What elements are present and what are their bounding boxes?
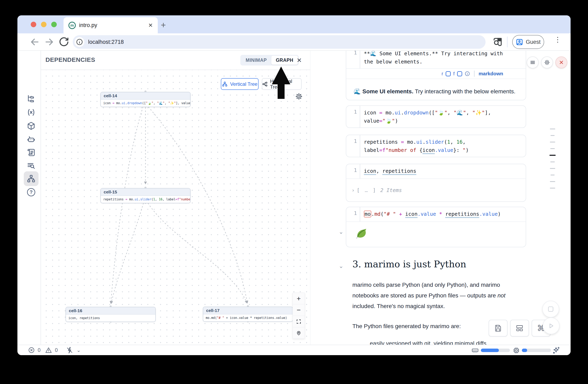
code-cell-dropdown[interactable]: 1 icon = mo.ui.dropdown(["🍃", "🌊", "✨"],…	[346, 105, 526, 128]
cell-scroll-indicator[interactable]	[548, 129, 557, 194]
autorun-disabled-icon[interactable]	[66, 346, 73, 354]
sidebar-item-scratchpad[interactable]	[24, 145, 39, 160]
graph-node-cell-16[interactable]: cell-16 icon, repetitions	[65, 307, 156, 322]
graph-node-cell-17[interactable]: cell-17 mo.md("# " + icon.value * repeti…	[203, 307, 293, 322]
markdown-output: 🌊 Some UI elements. Try interacting with…	[346, 78, 526, 100]
ai-sparkle-icon[interactable]	[552, 346, 560, 355]
graph-node-cell-15[interactable]: cell-15 repetitions = mo.ui.slider(1, 16…	[100, 188, 190, 203]
markdown-toggle-row: r f markdown	[346, 68, 526, 78]
sidebar-item-packages[interactable]	[24, 118, 39, 133]
sidebar-item-dependencies[interactable]	[24, 171, 39, 186]
save-icon	[494, 324, 502, 332]
tab-graph[interactable]: GRAPH	[271, 56, 298, 65]
paragraph-block: marimo cells parse Python (and only Pyth…	[352, 280, 520, 311]
profile-button[interactable]: Guest	[512, 35, 544, 49]
sidebar-item-file-explorer[interactable]	[24, 92, 39, 106]
cell-menu-button[interactable]	[527, 57, 539, 68]
sidebar-item-variables[interactable]	[24, 105, 39, 120]
code-editor[interactable]: **🌊 Some UI elements.** Try interacting …	[360, 51, 503, 68]
error-count: 0	[38, 347, 41, 353]
code-cell-slider[interactable]: 1 repetitions = mo.ui.slider(1, 16, labe…	[346, 135, 526, 157]
variables-icon	[27, 108, 36, 117]
sidebar-item-logs[interactable]	[24, 158, 39, 173]
vertical-tree-button[interactable]: Vertical Tree	[221, 78, 259, 90]
para-line: included. There's no magical syntax.	[352, 301, 520, 311]
clipped-list-line: easily versioned with git, yielding mini…	[370, 338, 486, 345]
code-editor[interactable]: icon = mo.ui.dropdown(["🍃", "🌊", "✨"], v…	[360, 106, 491, 128]
reload-icon[interactable]	[58, 37, 69, 47]
window-minimize-button[interactable]	[41, 22, 46, 27]
tab-close-icon[interactable]: ✕	[148, 22, 153, 29]
forward-icon[interactable]	[44, 36, 55, 48]
section-heading: 3. marimo is just Python	[352, 259, 466, 269]
markdown-language-label[interactable]: markdown	[479, 71, 503, 77]
f-toggle-label: f	[453, 71, 455, 77]
locate-button[interactable]	[293, 327, 305, 339]
cell-output: › [ … ] 2 Items	[346, 178, 526, 201]
code-editor[interactable]: mo.md("# " + icon.value * repetitions.va…	[360, 207, 501, 221]
tab-title: intro.py	[79, 22, 97, 28]
cell-config-button[interactable]	[541, 57, 553, 68]
collapse-chevron-icon[interactable]: ⌄	[339, 229, 343, 235]
guest-label: Guest	[526, 39, 541, 45]
graph-zoom-controls: + −	[293, 293, 305, 339]
expander-icon[interactable]: ›	[352, 187, 355, 193]
browser-tab[interactable]: m intro.py ✕	[63, 17, 158, 33]
dependency-graph-canvas[interactable]: Vertical Tree Horizontal Tree cell-14 ic…	[41, 70, 310, 345]
section-chevron-icon[interactable]: ⌄	[339, 263, 343, 269]
markdown-source-cell[interactable]: 1 **🌊 Some UI elements.** Try interactin…	[346, 51, 526, 100]
layout-button[interactable]	[510, 320, 529, 337]
code-editor[interactable]: repetitions = mo.ui.slider(1, 16, label=…	[360, 135, 469, 157]
stop-icon	[547, 306, 554, 313]
avatar-icon	[516, 38, 523, 46]
window-close-button[interactable]	[31, 22, 36, 27]
toolbar-divider	[507, 37, 507, 47]
bracket-close: ]	[373, 187, 376, 193]
code-cell-tuple[interactable]: 1 icon, repetitions › [ … ] 2 Items	[346, 164, 526, 202]
warnings-icon[interactable]	[45, 347, 52, 354]
sidebar-item-ai-chat[interactable]	[24, 132, 39, 147]
new-tab-button[interactable]: +	[161, 20, 166, 30]
status-bar: 0 0 ⌄	[17, 345, 571, 355]
url-bar[interactable]: localhost:2718	[73, 35, 485, 49]
autorun-chevron-icon[interactable]: ⌄	[77, 347, 81, 353]
back-icon[interactable]	[29, 36, 40, 48]
f-checkbox[interactable]	[457, 71, 462, 76]
shutdown-button[interactable]: ✕	[555, 57, 567, 68]
code-editor[interactable]: icon, repetitions	[360, 164, 416, 178]
zoom-in-button[interactable]: +	[293, 293, 305, 304]
stop-button[interactable]	[542, 301, 559, 317]
code-line: icon, repetitions	[364, 167, 416, 175]
items-count-label: 2 Items	[378, 187, 402, 193]
dependency-graph-icon	[27, 174, 36, 183]
node-title: cell-15	[101, 189, 190, 196]
vertical-tree-icon	[222, 81, 228, 87]
para-line: notebooks are stored as pure Python file…	[352, 290, 520, 301]
tab-strip: m intro.py ✕ +	[17, 15, 571, 33]
code-cell-md[interactable]: 1 mo.md("# " + icon.value * repetitions.…	[346, 207, 526, 247]
panel-close-icon[interactable]: ✕	[297, 57, 302, 64]
graph-settings-gear-icon[interactable]	[295, 93, 303, 100]
window-zoom-button[interactable]	[51, 22, 57, 27]
zoom-out-button[interactable]: −	[293, 304, 305, 316]
tab-search-icon[interactable]	[492, 37, 503, 47]
code-line: repetitions = mo.ui.slider(1, 16,	[364, 138, 469, 146]
sidebar-item-help[interactable]: ?	[24, 185, 39, 200]
run-button[interactable]	[543, 317, 560, 334]
r-checkbox[interactable]	[446, 71, 451, 76]
tab-minimap[interactable]: MINIMAP	[241, 56, 271, 65]
robot-icon	[27, 135, 36, 144]
close-x-icon: ✕	[559, 59, 564, 66]
cursor-arrow	[269, 65, 292, 100]
panel-title: DEPENDENCIES	[45, 56, 95, 63]
site-info-icon[interactable]	[75, 37, 84, 47]
save-button[interactable]	[489, 320, 507, 337]
errors-icon[interactable]	[28, 347, 35, 353]
info-icon[interactable]	[465, 71, 470, 76]
fit-view-button[interactable]	[293, 316, 305, 327]
browser-menu-icon[interactable]: ⋮	[554, 35, 561, 44]
code-line: value="🍃")	[364, 117, 491, 125]
graph-node-cell-14[interactable]: cell-14 icon = mo.ui.dropdown(["🍃", "🌊",…	[100, 92, 190, 107]
marimo-favicon: m	[68, 22, 76, 29]
line-number: 1	[346, 207, 357, 221]
